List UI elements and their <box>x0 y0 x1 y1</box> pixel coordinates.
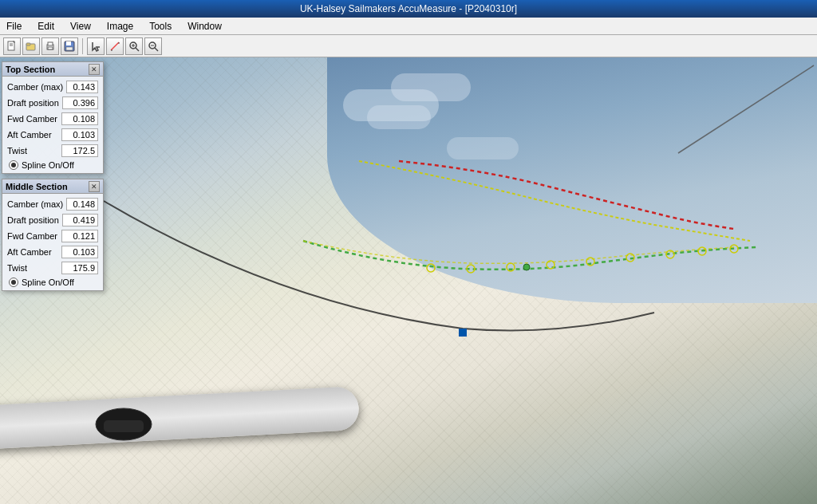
svg-point-24 <box>547 261 555 269</box>
middle-section-close-btn[interactable]: ✕ <box>89 181 100 192</box>
svg-line-19 <box>155 48 158 51</box>
menu-image[interactable]: Image <box>104 19 136 33</box>
mid-twist-value: 175.9 <box>61 262 98 274</box>
top-aft-camber-row: Aft Camber 0.103 <box>7 128 98 142</box>
mid-spline-radio[interactable] <box>9 278 18 287</box>
mid-twist-label: Twist <box>7 263 27 273</box>
mid-spline-label: Spline On/Off <box>22 278 74 287</box>
svg-rect-7 <box>48 47 53 49</box>
middle-section-title-bar: Middle Section ✕ <box>2 179 103 194</box>
toolbar-select-btn[interactable] <box>87 37 105 55</box>
mid-fwd-camber-label: Fwd Camber <box>7 231 57 241</box>
toolbar-open-btn[interactable] <box>22 37 40 55</box>
middle-section-content: Camber (max) 0.148 Draft position 0.419 … <box>2 194 103 290</box>
top-section-title: Top Section <box>6 65 55 74</box>
mid-draft-pos-value: 0.419 <box>62 214 98 226</box>
top-fwd-camber-label: Fwd Camber <box>7 114 57 124</box>
mid-camber-max-label: Camber (max) <box>7 199 63 209</box>
top-draft-pos-value: 0.396 <box>62 96 98 109</box>
mid-draft-pos-row: Draft position 0.419 <box>7 213 98 227</box>
top-section-title-bar: Top Section ✕ <box>2 62 103 77</box>
toolbar-new-btn[interactable] <box>3 37 21 55</box>
svg-rect-34 <box>104 420 144 432</box>
menu-tools[interactable]: Tools <box>146 19 175 33</box>
top-twist-row: Twist 172.5 <box>7 144 98 158</box>
mid-draft-pos-label: Draft position <box>7 215 59 225</box>
toolbar-print-btn[interactable] <box>41 37 59 55</box>
top-section-panel: Top Section ✕ Camber (max) 0.143 Draft p… <box>2 61 104 174</box>
middle-section-panel: Middle Section ✕ Camber (max) 0.148 Draf… <box>2 179 104 291</box>
menu-view[interactable]: View <box>67 19 94 33</box>
toolbar-zoom-in-btn[interactable] <box>125 37 143 55</box>
toolbar <box>0 35 817 57</box>
svg-point-30 <box>523 264 530 270</box>
menu-file[interactable]: File <box>3 19 25 33</box>
top-aft-camber-label: Aft Camber <box>7 130 52 140</box>
svg-line-15 <box>136 48 139 51</box>
mid-aft-camber-label: Aft Camber <box>7 247 52 257</box>
mid-fwd-camber-value: 0.121 <box>61 230 98 242</box>
menu-edit[interactable]: Edit <box>34 19 57 33</box>
top-section-close-btn[interactable]: ✕ <box>89 64 100 75</box>
menu-window[interactable]: Window <box>184 19 225 33</box>
mid-twist-row: Twist 175.9 <box>7 261 98 275</box>
top-spline-row: Spline On/Off <box>7 160 98 170</box>
mid-aft-camber-value: 0.103 <box>61 246 98 258</box>
curves-overlay <box>0 57 817 504</box>
main-content: Top Section ✕ Camber (max) 0.143 Draft p… <box>0 57 817 504</box>
svg-rect-4 <box>26 43 30 45</box>
top-camber-max-label: Camber (max) <box>7 82 63 92</box>
mid-fwd-camber-row: Fwd Camber 0.121 <box>7 229 98 243</box>
svg-rect-31 <box>459 329 467 337</box>
toolbar-save-btn[interactable] <box>61 37 78 55</box>
toolbar-measure-btn[interactable] <box>106 37 124 55</box>
app-title: UK-Halsey Sailmakers AccuMeasure - [P204… <box>300 3 517 14</box>
svg-line-11 <box>111 42 119 50</box>
mid-camber-max-row: Camber (max) 0.148 <box>7 197 98 211</box>
top-draft-pos-row: Draft position 0.396 <box>7 96 98 110</box>
menu-bar: File Edit View Image Tools Window <box>0 18 817 35</box>
top-fwd-camber-row: Fwd Camber 0.108 <box>7 112 98 126</box>
mid-spline-row: Spline On/Off <box>7 278 98 287</box>
top-fwd-camber-value: 0.108 <box>61 112 98 125</box>
svg-point-21 <box>427 264 435 272</box>
mid-camber-max-value: 0.148 <box>66 198 98 211</box>
top-aft-camber-value: 0.103 <box>61 128 98 141</box>
top-draft-pos-label: Draft position <box>7 98 59 108</box>
svg-line-32 <box>678 65 814 153</box>
top-twist-value: 172.5 <box>61 144 98 157</box>
top-twist-label: Twist <box>7 146 27 156</box>
svg-rect-9 <box>66 41 71 45</box>
toolbar-zoom-out-btn[interactable] <box>144 37 162 55</box>
top-spline-label: Spline On/Off <box>22 160 74 170</box>
top-camber-max-row: Camber (max) 0.143 <box>7 80 98 94</box>
middle-section-title: Middle Section <box>6 182 68 191</box>
svg-rect-6 <box>48 42 53 45</box>
top-spline-radio[interactable] <box>9 160 18 170</box>
svg-rect-10 <box>66 47 73 50</box>
title-bar: UK-Halsey Sailmakers AccuMeasure - [P204… <box>0 0 817 18</box>
top-section-content: Camber (max) 0.143 Draft position 0.396 … <box>2 77 103 173</box>
mid-aft-camber-row: Aft Camber 0.103 <box>7 245 98 259</box>
toolbar-separator-1 <box>82 38 83 54</box>
top-camber-max-value: 0.143 <box>66 81 98 93</box>
